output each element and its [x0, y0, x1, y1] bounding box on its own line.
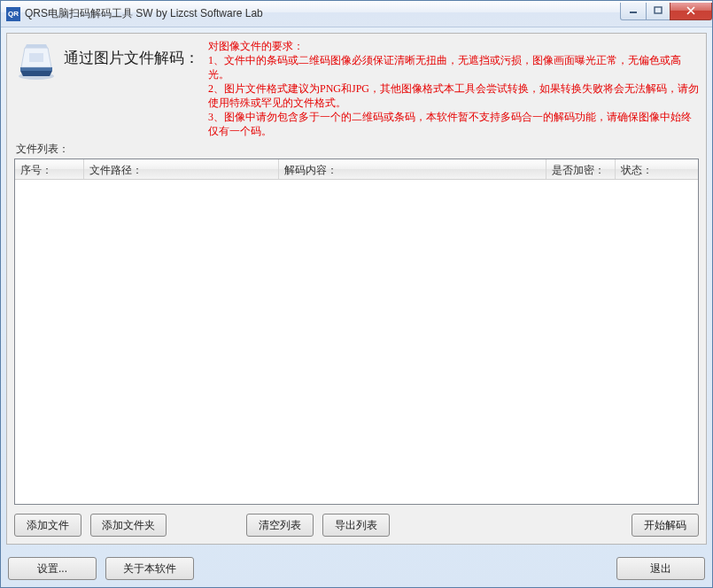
about-button[interactable]: 关于本软件 [105, 557, 194, 580]
clear-list-button[interactable]: 清空列表 [246, 514, 314, 537]
add-folder-button[interactable]: 添加文件夹 [90, 514, 167, 537]
table-body[interactable] [15, 180, 698, 504]
col-path[interactable]: 文件路径： [84, 159, 279, 179]
col-encrypted[interactable]: 是否加密： [546, 159, 616, 179]
file-list-label: 文件列表： [16, 142, 699, 157]
requirements-text: 对图像文件的要求： 1、文件中的条码或二维码图像必须保证清晰无扭曲，无遮挡或污损… [208, 39, 699, 138]
scanner-icon [14, 41, 58, 81]
export-list-button[interactable]: 导出列表 [322, 514, 390, 537]
table-header: 序号： 文件路径： 解码内容： 是否加密： 状态： [15, 159, 698, 180]
col-index[interactable]: 序号： [15, 159, 84, 179]
client-area: 通过图片文件解码： 对图像文件的要求： 1、文件中的条码或二维码图像必须保证清晰… [6, 33, 707, 545]
window-controls [621, 3, 712, 20]
add-file-button[interactable]: 添加文件 [14, 514, 81, 537]
window-title: QRS电脑扫码解码工具 SW by Lizcst Software Lab [25, 6, 621, 21]
svg-rect-1 [655, 7, 662, 13]
page-heading: 通过图片文件解码： [64, 48, 199, 68]
bottom-bar: 设置... 关于本软件 退出 [8, 557, 705, 580]
titlebar[interactable]: QR QRS电脑扫码解码工具 SW by Lizcst Software Lab [1, 1, 712, 27]
col-content[interactable]: 解码内容： [279, 159, 546, 179]
toolbar-row: 添加文件 添加文件夹 清空列表 导出列表 开始解码 [14, 514, 699, 537]
app-window: QR QRS电脑扫码解码工具 SW by Lizcst Software Lab [0, 0, 713, 588]
start-decode-button[interactable]: 开始解码 [632, 514, 699, 537]
svg-rect-5 [29, 53, 43, 62]
settings-button[interactable]: 设置... [8, 557, 97, 580]
minimize-button[interactable] [620, 3, 647, 20]
app-icon: QR [6, 7, 20, 21]
header-row: 通过图片文件解码： 对图像文件的要求： 1、文件中的条码或二维码图像必须保证清晰… [14, 39, 699, 138]
exit-button[interactable]: 退出 [616, 557, 705, 580]
close-button[interactable] [670, 3, 712, 20]
col-status[interactable]: 状态： [616, 159, 698, 179]
file-table[interactable]: 序号： 文件路径： 解码内容： 是否加密： 状态： [14, 159, 699, 505]
maximize-button[interactable] [646, 3, 670, 20]
